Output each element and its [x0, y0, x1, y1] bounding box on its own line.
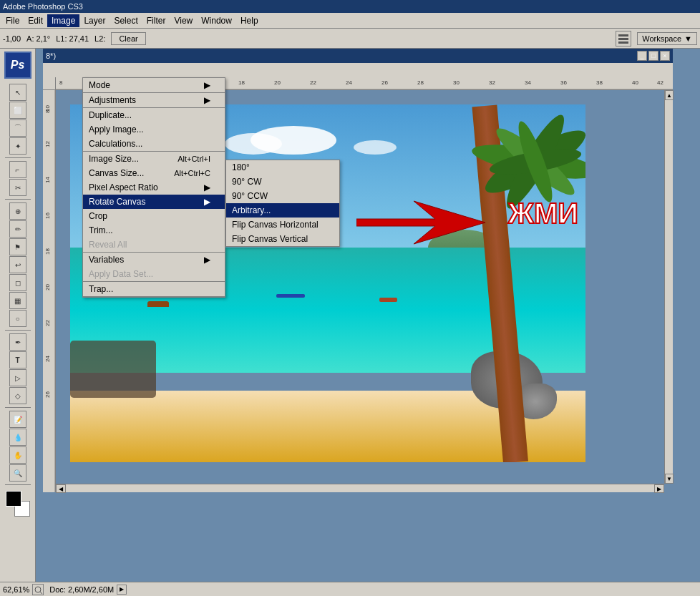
- menu-item-apply-image[interactable]: Apply Image...: [83, 122, 225, 137]
- angle-display: A: 2,1°: [26, 34, 50, 43]
- doc-close-button[interactable]: ×: [660, 51, 670, 61]
- image-menu-group-3: Duplicate... Apply Image... Calculations…: [83, 108, 225, 152]
- coord-display: -1,00: [3, 34, 21, 43]
- svg-line-41: [40, 592, 42, 594]
- tool-pen[interactable]: ✒: [9, 333, 26, 351]
- main-area: Ps ↖ ⬜ ⌒ ✦ ⌐ ✂ ⊕ ✏ ⚑ ↩ ◻ ▦ ○ ✒ T ▷ ◇ 📝 💧…: [0, 49, 700, 582]
- svg-text:32: 32: [489, 79, 495, 86]
- tool-path-select[interactable]: ▷: [9, 369, 26, 386]
- ps-logo: Ps: [4, 52, 31, 79]
- image-menu-group-5: Variables ▶ Apply Data Set...: [83, 253, 225, 282]
- menu-select[interactable]: Select: [110, 14, 142, 27]
- svg-text:40: 40: [632, 79, 638, 86]
- menu-item-crop[interactable]: Crop: [83, 209, 225, 223]
- workspace-button[interactable]: Workspace ▼: [637, 32, 697, 45]
- svg-text:10: 10: [44, 105, 51, 112]
- tool-move[interactable]: ↖: [9, 84, 26, 101]
- clear-button[interactable]: Clear: [111, 32, 145, 45]
- svg-text:34: 34: [525, 79, 531, 86]
- menu-layer[interactable]: Layer: [79, 14, 110, 27]
- menu-item-canvas-size[interactable]: Canvas Size... Alt+Ctrl+C: [83, 166, 225, 180]
- rotate-arbitrary[interactable]: Arbitrary...: [226, 203, 339, 218]
- adjustments-arrow-icon: ▶: [204, 95, 210, 105]
- svg-text:20: 20: [274, 79, 281, 86]
- menu-view[interactable]: View: [170, 14, 197, 27]
- tool-zoom[interactable]: 🔍: [9, 464, 26, 482]
- tool-dodge[interactable]: ○: [9, 310, 26, 327]
- tool-marquee-rect[interactable]: ⬜: [9, 102, 26, 119]
- flip-vertical[interactable]: Flip Canvas Vertical: [226, 232, 339, 246]
- tool-notes[interactable]: 📝: [9, 411, 26, 428]
- tool-brush[interactable]: ✏: [9, 220, 26, 238]
- svg-text:42: 42: [657, 79, 663, 86]
- rotate-180[interactable]: 180°: [226, 160, 339, 175]
- tool-eyedropper[interactable]: 💧: [9, 429, 26, 446]
- svg-text:8: 8: [59, 79, 63, 86]
- menu-item-adjustments[interactable]: Adjustments ▶: [83, 93, 225, 107]
- menu-window[interactable]: Window: [197, 14, 236, 27]
- tool-hand[interactable]: ✋: [9, 446, 26, 464]
- menu-item-rotate-canvas[interactable]: Rotate Canvas ▶: [83, 195, 225, 209]
- doc-title: 8*): [46, 52, 56, 60]
- tool-healing[interactable]: ⊕: [9, 202, 26, 220]
- flip-horizontal[interactable]: Flip Canvas Horizontal: [226, 218, 339, 232]
- menu-item-image-size[interactable]: Image Size... Alt+Ctrl+I: [83, 152, 225, 166]
- tool-separator-2: [5, 199, 31, 200]
- tool-gradient[interactable]: ▦: [9, 292, 26, 309]
- tool-crop[interactable]: ⌐: [9, 161, 26, 178]
- foreground-color-swatch[interactable]: [6, 491, 21, 507]
- scroll-right-button[interactable]: ▶: [654, 484, 664, 493]
- doc-minimize-button[interactable]: _: [637, 51, 647, 61]
- menu-item-pixel-aspect[interactable]: Pixel Aspect Ratio ▶: [83, 180, 225, 195]
- tool-stamp[interactable]: ⚑: [9, 238, 26, 255]
- tool-slice[interactable]: ✂: [9, 179, 26, 196]
- svg-rect-1: [618, 38, 628, 40]
- canvas-area: 8*) _ □ × 8 10 12 14: [36, 49, 700, 582]
- menu-item-duplicate[interactable]: Duplicate...: [83, 108, 225, 122]
- horizontal-scrollbar[interactable]: ◀ ▶: [56, 484, 664, 492]
- menu-item-mode[interactable]: Mode ▶: [83, 78, 225, 92]
- menu-item-variables[interactable]: Variables ▶: [83, 253, 225, 267]
- menu-image[interactable]: Image: [47, 14, 79, 27]
- menu-item-trap[interactable]: Trap...: [83, 282, 225, 296]
- tool-separator-1: [5, 157, 31, 158]
- zoom-indicator[interactable]: [32, 584, 44, 595]
- svg-text:26: 26: [44, 391, 51, 398]
- workspace-label: Workspace: [642, 34, 681, 43]
- menu-bar: File Edit Image Layer Select Filter View…: [0, 13, 700, 29]
- workspace-icon[interactable]: [616, 31, 631, 47]
- svg-text:26: 26: [381, 79, 388, 86]
- svg-text:22: 22: [310, 79, 316, 86]
- tool-separator-5: [5, 484, 31, 485]
- doc-maximize-button[interactable]: □: [648, 51, 658, 61]
- ruler-corner: [43, 77, 56, 90]
- tool-type[interactable]: T: [9, 351, 26, 368]
- mode-arrow-icon: ▶: [204, 80, 210, 90]
- menu-file[interactable]: File: [1, 14, 24, 27]
- vertical-scrollbar[interactable]: ▲ ▼: [664, 90, 673, 484]
- svg-text:38: 38: [596, 79, 603, 86]
- l1-display: L1: 27,41: [56, 34, 89, 43]
- menu-filter[interactable]: Filter: [142, 14, 170, 27]
- doc-info-display: Doc: 2,60M/2,60M: [49, 585, 114, 594]
- rotate-90ccw[interactable]: 90° CCW: [226, 189, 339, 203]
- doc-info-expand-button[interactable]: ▶: [117, 585, 127, 595]
- scroll-left-button[interactable]: ◀: [56, 484, 66, 493]
- menu-item-trim[interactable]: Trim...: [83, 223, 225, 238]
- variables-arrow-icon: ▶: [204, 255, 210, 265]
- menu-item-calculations[interactable]: Calculations...: [83, 137, 225, 151]
- menu-help[interactable]: Help: [236, 14, 263, 27]
- scroll-up-button[interactable]: ▲: [665, 90, 674, 100]
- tool-shape[interactable]: ◇: [9, 387, 26, 404]
- tool-magic-wand[interactable]: ✦: [9, 137, 26, 155]
- zoom-display: 62,61%: [3, 585, 29, 594]
- image-menu-group-2: Adjustments ▶: [83, 93, 225, 108]
- menu-edit[interactable]: Edit: [24, 14, 47, 27]
- tool-eraser[interactable]: ◻: [9, 274, 26, 291]
- tool-lasso[interactable]: ⌒: [9, 119, 26, 137]
- tool-history-brush[interactable]: ↩: [9, 256, 26, 273]
- scroll-down-button[interactable]: ▼: [665, 474, 674, 484]
- color-swatches[interactable]: [4, 491, 31, 517]
- image-menu-group-4: Image Size... Alt+Ctrl+I Canvas Size... …: [83, 152, 225, 253]
- rotate-90cw[interactable]: 90° CW: [226, 175, 339, 189]
